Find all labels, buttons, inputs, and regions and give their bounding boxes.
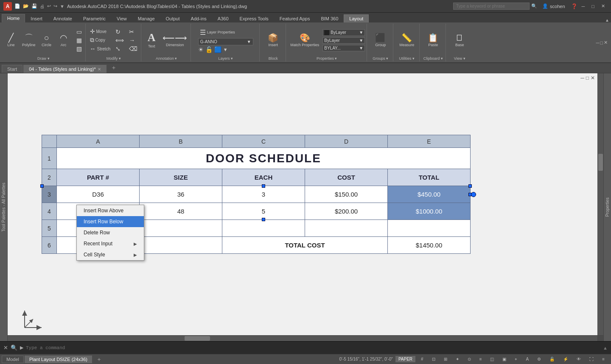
match-properties-btn[interactable]: 🎨 Match Properties (289, 33, 321, 48)
ctx-cell-style[interactable]: Cell Style ▶ (77, 249, 144, 260)
viewport-close-btn[interactable]: ✕ (591, 75, 595, 81)
layer-dropdown[interactable]: G-ANNO ▼ (198, 38, 253, 45)
annotation-scale-btn[interactable]: A (523, 356, 532, 362)
tab-add-ins[interactable]: Add-ins (185, 14, 212, 22)
qat-new-btn[interactable]: 📄 (14, 3, 20, 9)
handle-tl[interactable] (40, 184, 44, 188)
layer-color-icon[interactable]: 🟦 (214, 46, 221, 53)
polar-btn[interactable]: ✦ (453, 356, 462, 362)
doc-tab-start[interactable]: Start (2, 65, 22, 73)
cell-4c[interactable]: 5 (222, 203, 305, 220)
header-each[interactable]: EACH (222, 169, 305, 186)
tab-insert[interactable]: Insert (25, 14, 48, 22)
isolate-objects-btn[interactable]: 👁 (574, 356, 584, 362)
qat-dropdown-btn[interactable]: ▼ (60, 4, 64, 9)
table-title-cell[interactable]: DOOR SCHEDULE (57, 148, 471, 169)
header-total[interactable]: TOTAL (388, 169, 471, 186)
vertical-scroll-thumb[interactable] (598, 154, 603, 171)
tab-annotate[interactable]: Annotate (48, 14, 78, 22)
arc-btn[interactable]: ◠ Arc (56, 33, 71, 48)
tab-view[interactable]: View (111, 14, 132, 22)
erase-btn[interactable]: ⌫ (127, 45, 139, 53)
hatch-btn[interactable]: ▦ (75, 36, 84, 44)
layer-lock-icon[interactable]: 🔓 (205, 46, 213, 53)
dimension-btn[interactable]: ⟵⟶ Dimension (161, 33, 189, 48)
hardware-accel-btn[interactable]: ⚡ (560, 356, 571, 362)
tab-express-tools[interactable]: Express Tools (234, 14, 274, 22)
tab-a360[interactable]: A360 (212, 14, 234, 22)
restore-btn[interactable]: □ (589, 3, 597, 10)
tab-manage[interactable]: Manage (132, 14, 160, 22)
search-input[interactable] (453, 3, 530, 10)
osnap-btn[interactable]: ⊙ (465, 356, 474, 362)
lineweight-dropdown[interactable]: BYLAY... ▼ (322, 45, 365, 51)
ribbon-collapse-btn[interactable]: ▲ (605, 18, 611, 22)
cell-3c[interactable]: 3 (222, 186, 305, 203)
handle-bot-c4[interactable] (262, 218, 265, 221)
qat-open-btn[interactable]: 📂 (23, 3, 29, 9)
cell-5e[interactable] (388, 220, 471, 237)
scale-btn[interactable]: ⤡ (114, 45, 126, 53)
circle-btn[interactable]: ○ Circle (39, 33, 54, 48)
horizontal-scroll-thumb[interactable] (185, 336, 210, 341)
group-btn[interactable]: ⬛ Group (373, 33, 388, 48)
qat-undo-btn[interactable]: ↩ (47, 3, 51, 9)
cell-3b[interactable]: 36 (140, 186, 222, 203)
extend-btn[interactable]: → (127, 36, 139, 44)
ribbon-help-icon[interactable]: □ (600, 40, 603, 45)
cell-6b[interactable] (140, 237, 222, 254)
header-part[interactable]: PART # (57, 169, 140, 186)
tab-parametric[interactable]: Parametric (78, 14, 111, 22)
text-btn[interactable]: A Text (144, 31, 159, 49)
tab-output[interactable]: Output (160, 14, 185, 22)
cell-4b[interactable]: 48 (140, 203, 222, 220)
layer-freeze-icon[interactable]: ☀ (198, 46, 204, 53)
paper-btn[interactable]: PAPER (395, 356, 415, 362)
selection-btn[interactable]: ▣ (499, 356, 509, 362)
cell-3d[interactable]: $150.00 (305, 186, 388, 203)
cell-total-label[interactable]: TOTAL COST (222, 237, 388, 254)
ctx-insert-row-above[interactable]: Insert Row Above (77, 205, 144, 216)
rectangle-btn[interactable]: ▭ (75, 28, 84, 36)
customize-btn[interactable]: ≡ (599, 356, 608, 362)
cell-5b[interactable] (140, 220, 222, 237)
cmd-search-icon[interactable]: 🔍 (11, 345, 17, 351)
cmd-scroll-btn[interactable]: ▲ (603, 345, 608, 350)
tab-bim360[interactable]: BIM 360 (315, 14, 344, 22)
doc-tab-active[interactable]: 04 - Tables (Styles and Linking)* ✕ (23, 65, 107, 73)
cell-total-value[interactable]: $1450.00 (388, 237, 471, 254)
fullscreen-btn[interactable]: ⛶ (586, 356, 597, 362)
move-btn[interactable]: ✛Move (88, 28, 112, 35)
ctx-delete-row[interactable]: Delete Row (77, 227, 144, 238)
workspace-btn[interactable]: ⚙ (534, 356, 544, 362)
polyline-btn[interactable]: ⌒ Polyline (20, 33, 37, 48)
help-btn[interactable]: ❓ (571, 3, 577, 9)
qat-print-btn[interactable]: 🖨 (40, 4, 45, 9)
trim-btn[interactable]: ✂ (127, 28, 139, 36)
linetype-dropdown[interactable]: ByLayer ▼ (322, 37, 365, 44)
paste-btn[interactable]: 📋 Paste (426, 33, 441, 48)
cell-3e[interactable]: $450.00 (388, 186, 471, 203)
header-cost[interactable]: COST (305, 169, 388, 186)
cell-4d[interactable]: $200.00 (305, 203, 388, 220)
vertical-scrollbar[interactable] (597, 73, 603, 341)
tab-layout[interactable]: Layout (344, 14, 369, 22)
line-btn[interactable]: ╱ Line (3, 33, 19, 48)
layer-properties-btn[interactable]: ☰ Layer Properties (198, 28, 237, 37)
tab-home[interactable]: Home (2, 14, 25, 22)
grid-btn[interactable]: # (418, 356, 426, 362)
cell-4e[interactable]: $1000.00 (388, 203, 471, 220)
lock-btn[interactable]: 🔓 (547, 356, 558, 362)
ortho-btn[interactable]: ⊞ (441, 356, 450, 362)
ribbon-min-restore-btn[interactable]: ─ (596, 40, 600, 45)
layout-tab-plant[interactable]: Plant Layout DSIZE (24x36) (25, 356, 92, 363)
transparency-btn[interactable]: ◫ (487, 356, 497, 362)
close-btn[interactable]: ✕ (599, 3, 608, 10)
qat-save-btn[interactable]: 💾 (31, 3, 37, 9)
snap-btn[interactable]: ⊡ (429, 356, 438, 362)
cmd-close-icon[interactable]: ✕ (3, 345, 8, 351)
ribbon-close-icon[interactable]: ✕ (604, 40, 608, 45)
insert-btn[interactable]: 📦 Insert (266, 33, 281, 48)
measure-btn[interactable]: 📏 Measure (398, 33, 416, 48)
copy-btn[interactable]: ⧉Copy (88, 36, 112, 44)
